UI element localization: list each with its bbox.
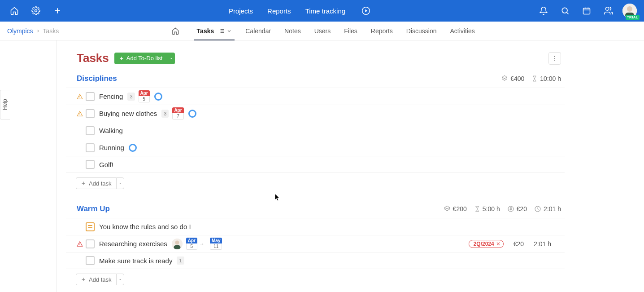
svg-point-14: [175, 240, 179, 244]
sheet: Tasks Add To-Do list Disciplines €400: [57, 40, 581, 292]
date-chip[interactable]: Apr5: [139, 90, 150, 102]
list-view-icon[interactable]: [218, 28, 225, 34]
svg-rect-3: [583, 8, 590, 14]
subnav-users[interactable]: Users: [314, 22, 331, 40]
svg-point-2: [562, 8, 567, 13]
date-chip-from[interactable]: Apr5: [186, 238, 197, 250]
add-task-button[interactable]: Add task: [76, 177, 116, 189]
main-canvas[interactable]: Tasks Add To-Do list Disciplines €400: [0, 40, 644, 292]
budget-icon: [501, 75, 508, 82]
subnav-reports[interactable]: Reports: [371, 22, 393, 40]
stat-tracked-value: 2:01 h: [544, 205, 561, 212]
task-checkbox[interactable]: [86, 143, 95, 152]
task-checkbox[interactable]: [86, 126, 95, 135]
stat-tracked: 2:01 h: [534, 205, 561, 212]
task-name[interactable]: Fencing: [99, 93, 123, 100]
stat-estimate-value: 10:00 h: [540, 75, 561, 82]
note-icon[interactable]: [86, 222, 95, 231]
svg-point-6: [627, 6, 632, 12]
stat-budget: €400: [501, 75, 524, 82]
task-name[interactable]: Walking: [99, 127, 123, 134]
task-name[interactable]: Buying new clothes: [99, 110, 157, 117]
task-checkbox[interactable]: [86, 92, 95, 101]
nav-reports[interactable]: Reports: [267, 7, 291, 15]
subnav-calendar[interactable]: Calendar: [245, 22, 271, 40]
stat-estimate: 10:00 h: [531, 75, 561, 82]
task-row[interactable]: Walking: [66, 122, 565, 139]
calendar-button[interactable]: [576, 0, 597, 22]
stat-budget-value: €200: [453, 205, 467, 212]
stat-estimate: 5:00 h: [474, 205, 500, 212]
subnav-files[interactable]: Files: [344, 22, 357, 40]
subnav-notes[interactable]: Notes: [284, 22, 301, 40]
progress-icon[interactable]: [188, 110, 196, 118]
task-checkbox[interactable]: [86, 160, 95, 169]
subnav-home[interactable]: [167, 22, 183, 40]
people-button[interactable]: [597, 0, 619, 22]
subnav-activities[interactable]: Activities: [450, 22, 475, 40]
task-hours: 2:01 h: [534, 240, 551, 248]
svg-point-9: [554, 58, 555, 58]
stat-budget-value: €400: [510, 75, 524, 82]
svg-point-8: [554, 56, 555, 57]
group-title[interactable]: Warm Up: [77, 204, 110, 213]
task-row[interactable]: Researching exercises Apr5 → May11 2Q/20…: [66, 235, 565, 252]
add-todo-list-dropdown[interactable]: [167, 53, 175, 64]
clock-icon: [534, 205, 541, 212]
task-checkbox[interactable]: [86, 109, 95, 118]
add-todo-list-button[interactable]: Add To-Do list: [114, 53, 167, 64]
assignee-avatar[interactable]: [172, 239, 183, 249]
task-name[interactable]: Golf!: [99, 161, 113, 168]
task-count: 3: [161, 110, 169, 118]
add-task-dropdown[interactable]: [116, 177, 124, 189]
create-button[interactable]: [47, 0, 68, 22]
svg-rect-15: [174, 245, 180, 249]
add-task-label: Add task: [89, 180, 112, 187]
stat-estimate-value: 5:00 h: [483, 205, 500, 212]
home-button[interactable]: [4, 0, 25, 22]
task-name[interactable]: Researching exercises: [99, 240, 167, 248]
progress-icon[interactable]: [129, 144, 137, 152]
task-row[interactable]: Buying new clothes 3 Apr7: [66, 105, 565, 122]
progress-icon[interactable]: [154, 93, 162, 101]
group-title[interactable]: Disciplines: [77, 74, 117, 83]
stat-budget: €200: [444, 205, 467, 212]
page-title: Tasks: [77, 51, 109, 65]
task-tag[interactable]: 2Q/2024 ✕: [469, 240, 504, 248]
search-button[interactable]: [554, 0, 576, 22]
group-body-warmup: You know the rules and so do I Researchi…: [57, 218, 581, 269]
task-row[interactable]: You know the rules and so do I: [66, 218, 565, 235]
nav-projects[interactable]: Projects: [229, 7, 253, 15]
task-name[interactable]: You know the rules and so do I: [99, 223, 191, 230]
date-chip[interactable]: Apr7: [172, 107, 183, 119]
chevron-down-icon[interactable]: [226, 28, 232, 34]
date-chip-to[interactable]: May11: [210, 238, 222, 250]
budget-icon: [444, 205, 451, 212]
help-tab[interactable]: Help: [0, 90, 10, 119]
task-name[interactable]: Make sure track is ready: [99, 257, 172, 265]
tag-remove[interactable]: ✕: [496, 241, 500, 247]
trial-badge: TRIAL: [626, 15, 640, 20]
add-task-button[interactable]: Add task: [76, 274, 116, 285]
breadcrumb-project[interactable]: Olympics: [7, 27, 33, 35]
group-header-warmup: Warm Up €200 5:00 h €20 2:01 h: [57, 202, 581, 218]
task-row[interactable]: Make sure track is ready 1: [66, 252, 565, 269]
settings-button[interactable]: [25, 0, 47, 22]
nav-time-tracking[interactable]: Time tracking: [305, 7, 345, 15]
breadcrumb-current: Tasks: [43, 27, 59, 35]
add-task-dropdown[interactable]: [116, 274, 124, 285]
timer-play-button[interactable]: [360, 0, 372, 22]
notifications-button[interactable]: [533, 0, 554, 22]
page-more-button[interactable]: [548, 52, 561, 65]
task-name[interactable]: Running: [99, 144, 124, 151]
task-row[interactable]: Golf!: [66, 156, 565, 173]
task-checkbox[interactable]: [86, 256, 95, 265]
task-row[interactable]: Fencing 3 Apr5: [66, 88, 565, 105]
subnav-tasks[interactable]: Tasks: [197, 22, 232, 40]
stat-cost-value: €20: [517, 205, 527, 212]
task-count: 3: [127, 93, 135, 101]
task-checkbox[interactable]: [86, 239, 95, 248]
task-row[interactable]: Running: [66, 139, 565, 156]
profile-menu[interactable]: TRIAL: [619, 0, 640, 22]
subnav-discussion[interactable]: Discussion: [406, 22, 437, 40]
